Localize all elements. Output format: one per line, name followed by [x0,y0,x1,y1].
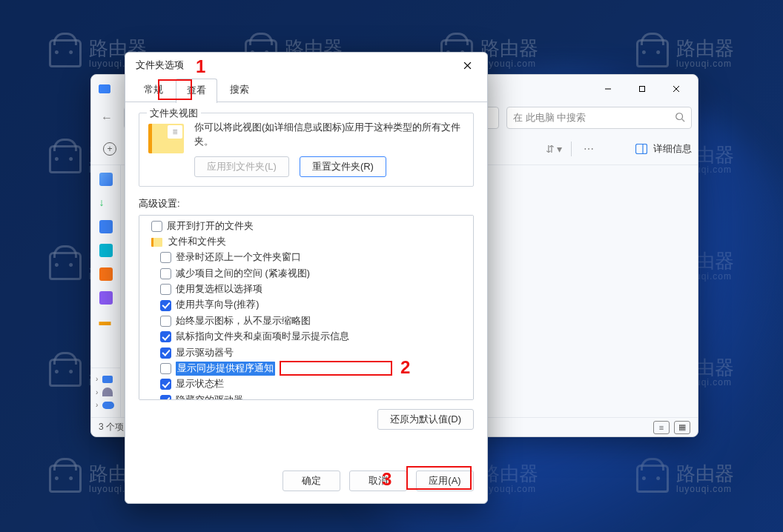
sort-button[interactable]: ⇵ ▾ [543,138,565,160]
checkbox[interactable] [160,363,171,374]
advanced-item[interactable]: 使用共享向导(推荐) [144,297,469,313]
advanced-label: 高级设置: [139,197,474,210]
sidebar-music-icon[interactable] [99,267,113,281]
dialog-tabs: 常规 查看 搜索 [125,78,487,102]
tab-search[interactable]: 搜索 [219,78,260,102]
folder-view-group-label: 文件夹视图 [147,107,201,120]
view-list-toggle[interactable]: ≡ [653,421,670,434]
checkbox[interactable] [160,252,171,263]
advanced-item[interactable]: 显示状态栏 [144,376,469,392]
advanced-item-label: 使用复选框以选择项 [176,282,262,296]
advanced-item-label: 隐藏空的驱动器 [176,393,243,400]
checkbox[interactable] [160,268,171,279]
folder-view-group: 文件夹视图 你可以将此视图(如详细信息或图标)应用于这种类型的所有文件夹。 应用… [139,113,474,187]
sidebar-home-icon[interactable] [99,173,113,186]
search-icon [675,112,685,124]
checkbox[interactable] [160,331,171,342]
advanced-item-label: 显示同步提供程序通知 [176,362,275,376]
sidebar-network[interactable]: › [91,385,120,399]
more-button[interactable]: ⋯ [578,138,600,160]
folder-view-desc: 你可以将此视图(如详细信息或图标)应用于这种类型的所有文件夹。 [194,121,464,149]
sidebar-folder-icon[interactable]: ▬ [99,315,113,328]
advanced-item-label: 鼠标指向文件夹和桌面项时显示提示信息 [176,330,349,344]
checkbox[interactable] [160,395,171,400]
folder-icon [151,238,162,247]
advanced-item-label: 登录时还原上一个文件夹窗口 [176,250,301,265]
apply-button[interactable]: 应用(A) [416,471,474,491]
sidebar-this-pc[interactable]: › [91,373,120,385]
checkbox[interactable] [160,316,171,327]
svg-rect-6 [636,144,647,153]
advanced-item-label: 显示驱动器号 [176,346,234,360]
cancel-button[interactable]: 取消 [349,471,407,491]
advanced-item-label: 展开到打开的文件夹 [167,219,254,233]
close-button[interactable] [659,77,693,101]
advanced-item[interactable]: 减少项目之间的空间 (紧凑视图) [144,266,469,282]
folder-options-dialog: 文件夹选项 常规 查看 搜索 文件夹视图 你可以将此视图(如详细信息或图标)应用… [125,52,488,504]
checkbox[interactable] [151,221,162,232]
advanced-item[interactable]: 显示同步提供程序通知 [144,361,469,376]
svg-rect-1 [640,87,645,92]
advanced-item[interactable]: 始终显示图标，从不显示缩略图 [144,313,469,329]
dialog-titlebar[interactable]: 文件夹选项 [125,53,487,78]
restore-defaults-button[interactable]: 还原为默认值(D) [377,409,474,430]
minimize-button[interactable] [591,77,625,101]
checkbox[interactable] [160,379,171,390]
sidebar-onedrive[interactable]: › [91,399,120,411]
new-button[interactable]: + [97,138,122,160]
advanced-item[interactable]: 隐藏空的驱动器 [144,393,469,400]
advanced-item[interactable]: 使用复选框以选择项 [144,282,469,297]
dialog-close-button[interactable] [453,55,481,76]
advanced-item-label: 文件和文件夹 [168,235,226,249]
advanced-item[interactable]: 显示驱动器号 [144,345,469,361]
checkbox[interactable] [160,300,171,311]
advanced-item-label: 使用共享向导(推荐) [176,298,259,312]
back-button[interactable]: ← [97,108,116,127]
svg-line-5 [682,119,685,122]
maximize-button[interactable] [625,77,659,101]
advanced-item[interactable]: 展开到打开的文件夹 [144,219,469,234]
tab-view[interactable]: 查看 [176,79,217,103]
advanced-item[interactable]: 登录时还原上一个文件夹窗口 [144,250,469,265]
details-link-text: 详细信息 [653,142,692,156]
search-input[interactable]: 在 此电脑 中搜索 [506,107,692,129]
advanced-settings-list[interactable]: 展开到打开的文件夹文件和文件夹登录时还原上一个文件夹窗口减少项目之间的空间 (紧… [139,215,474,400]
advanced-item[interactable]: 鼠标指向文件夹和桌面项时显示提示信息 [144,329,469,345]
statusbar-item-count: 3 个项 [99,421,124,433]
dialog-title: 文件夹选项 [136,59,184,72]
sidebar-videos-icon[interactable] [99,291,113,305]
advanced-item-label: 始终显示图标，从不显示缩略图 [176,314,311,328]
svg-point-4 [676,113,683,119]
apply-to-folders-button[interactable]: 应用到文件夹(L) [194,156,289,177]
tab-general[interactable]: 常规 [133,78,174,102]
reset-folders-button[interactable]: 重置文件夹(R) [300,156,386,177]
search-placeholder: 在 此电脑 中搜索 [513,111,586,124]
details-pane-toggle[interactable]: 详细信息 [635,142,692,156]
sidebar-downloads-icon[interactable]: ↓ [99,196,113,210]
folder-thumb-icon [148,124,184,153]
checkbox[interactable] [160,284,171,295]
sidebar-documents-icon[interactable] [99,220,113,233]
this-pc-icon [99,84,110,93]
view-grid-toggle[interactable]: ▦ [674,421,690,434]
ok-button[interactable]: 确定 [283,471,340,491]
advanced-item-label: 显示状态栏 [176,377,224,391]
explorer-sidebar: ↓ ▬ › › › [91,165,121,417]
advanced-item[interactable]: 文件和文件夹 [144,234,469,250]
checkbox[interactable] [160,348,171,359]
advanced-item-label: 减少项目之间的空间 (紧凑视图) [176,267,310,281]
sidebar-pictures-icon[interactable] [99,244,113,257]
